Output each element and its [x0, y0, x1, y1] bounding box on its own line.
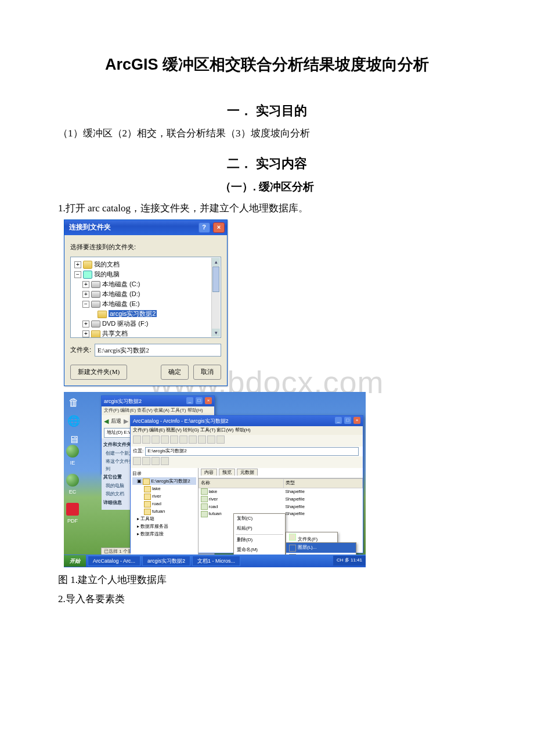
folder-path-input[interactable]: E:\arcgis实习数据2: [95, 344, 221, 357]
desktop-shortcut[interactable]: EC: [66, 474, 79, 496]
tool-icon[interactable]: [170, 435, 178, 444]
document-title: ArcGIS 缓冲区相交联合分析结果坡度坡向分析: [58, 52, 476, 77]
arccatalog-toolbar[interactable]: [131, 435, 363, 447]
shapefile-icon: [201, 503, 208, 510]
help-button[interactable]: ?: [199, 222, 210, 233]
taskbar-item[interactable]: ArcCatalog - Arc...: [88, 556, 140, 566]
ctx-paste[interactable]: 粘贴(P): [234, 524, 285, 534]
arccatalog-titlebar[interactable]: ArcCatalog - ArcInfo - E:\arcgis实习数据2 _ …: [131, 416, 363, 426]
drive-icon: [91, 291, 100, 298]
tree-dvd-f[interactable]: DVD 驱动器 (F:): [102, 320, 148, 327]
expand-icon[interactable]: +: [82, 291, 89, 298]
system-tray[interactable]: CH 多 11:41: [333, 556, 366, 566]
tree-item[interactable]: river: [132, 492, 196, 500]
expand-icon[interactable]: +: [82, 321, 89, 327]
taskbar-item[interactable]: 文档1 - Micros...: [192, 556, 240, 566]
tree-drive-e[interactable]: 本地磁盘 (E:): [102, 300, 140, 307]
minimize-button[interactable]: _: [186, 397, 193, 404]
ok-button[interactable]: 确定: [161, 365, 189, 380]
explorer-titlebar[interactable]: arcgis实习数据2 _ □ ×: [102, 396, 214, 406]
shapefile-icon: [201, 511, 208, 517]
location-input[interactable]: E:\arcgis实习数据2: [145, 447, 359, 456]
tool-icon[interactable]: [217, 435, 225, 444]
tree-root[interactable]: 目录: [132, 470, 196, 477]
col-name[interactable]: 名称: [199, 479, 284, 488]
tool-icon[interactable]: [151, 435, 160, 444]
explorer-menubar[interactable]: 文件(F) 编辑(E) 查看(V) 收藏(A) 工具(T) 帮助(H): [102, 406, 214, 415]
arccatalog-menubar[interactable]: 文件(F) 编辑(E) 视图(V) 转到(G) 工具(T) 窗口(W) 帮助(H…: [131, 426, 363, 435]
mypc-icon: [83, 271, 92, 279]
tree-mypc[interactable]: 我的电脑: [94, 271, 120, 278]
expand-icon[interactable]: +: [82, 281, 89, 288]
desktop-shortcut[interactable]: IE: [66, 445, 79, 467]
maximize-button[interactable]: □: [344, 417, 351, 424]
minimize-button[interactable]: _: [335, 417, 342, 424]
arccatalog-toolbar-2[interactable]: [131, 456, 363, 468]
tool-icon[interactable]: [207, 435, 215, 444]
list-row[interactable]: roadShapefile: [199, 503, 363, 511]
ctx-delete[interactable]: 删除(D): [234, 535, 285, 545]
scroll-thumb[interactable]: [212, 267, 219, 292]
forward-icon[interactable]: ▶: [124, 416, 128, 427]
tree-item[interactable]: lake: [132, 485, 196, 492]
tree-drive-d[interactable]: 本地磁盘 (D:): [102, 290, 140, 297]
tree-toolboxes[interactable]: ▸ 工具箱: [132, 515, 196, 523]
folder-tree[interactable]: +我的文档 −我的电脑 +本地磁盘 (C:) +本地磁盘 (D:) −本地磁盘 …: [70, 257, 221, 338]
dialog-titlebar[interactable]: 连接到文件夹 ? ×: [64, 220, 227, 235]
tool-icon[interactable]: [151, 457, 160, 465]
list-row[interactable]: lakeShapefile: [199, 488, 363, 496]
new-folder-button[interactable]: 新建文件夹(M): [70, 365, 127, 380]
tree-drive-c[interactable]: 本地磁盘 (C:): [102, 280, 140, 287]
back-icon[interactable]: ◀: [104, 416, 109, 427]
close-button[interactable]: ×: [205, 397, 212, 404]
subsection-2-1-heading: （一）. 缓冲区分析: [58, 178, 476, 196]
tab-preview[interactable]: 预览: [219, 469, 235, 476]
scroll-up-icon[interactable]: ▴: [212, 258, 220, 266]
ctx-copy[interactable]: 复制(C): [234, 514, 285, 524]
close-button[interactable]: ×: [213, 222, 225, 233]
catalog-tabs[interactable]: 内容 预览 元数据: [199, 468, 363, 478]
start-button[interactable]: 开始: [64, 555, 86, 567]
catalog-tree[interactable]: 目录 ▣ E:\arcgis实习数据2 lake river road tutu…: [131, 468, 199, 567]
vertical-scrollbar[interactable]: ▴ ▾: [211, 258, 220, 337]
ctx-rename[interactable]: 重命名(M): [234, 545, 285, 555]
tool-icon[interactable]: [133, 457, 141, 465]
cancel-button[interactable]: 取消: [193, 365, 221, 380]
tool-icon[interactable]: [189, 435, 197, 444]
tool-icon[interactable]: [142, 457, 150, 465]
col-type[interactable]: 类型: [283, 479, 362, 488]
tree-item[interactable]: tutuan: [132, 507, 196, 515]
tab-contents[interactable]: 内容: [201, 469, 217, 476]
globe-icon[interactable]: 🌐: [66, 413, 81, 428]
sub-layer[interactable]: 图层(L)...: [286, 543, 356, 553]
expand-icon[interactable]: +: [74, 261, 81, 268]
tool-icon[interactable]: [179, 435, 187, 444]
collapse-icon[interactable]: −: [82, 301, 89, 308]
tree-mydocs[interactable]: 我的文档: [94, 261, 120, 268]
taskbar[interactable]: 开始 ArcCatalog - Arc... arcgis实习数据2 文档1 -…: [64, 555, 366, 567]
tool-icon[interactable]: [161, 435, 169, 444]
tool-icon[interactable]: [142, 435, 150, 444]
tree-share-docs[interactable]: 共享文档: [102, 330, 128, 337]
tree-item[interactable]: road: [132, 500, 196, 507]
close-button[interactable]: ×: [353, 417, 360, 424]
expand-icon[interactable]: +: [82, 330, 89, 337]
tree-selected-folder[interactable]: arcgis实习数据2: [109, 310, 157, 317]
maximize-button[interactable]: □: [196, 397, 203, 404]
scroll-down-icon[interactable]: ▾: [212, 329, 220, 337]
desktop-shortcut[interactable]: PDF: [66, 503, 79, 525]
tool-icon[interactable]: [133, 435, 141, 444]
shapefile-icon: [201, 496, 208, 502]
list-row[interactable]: riverShapefile: [199, 496, 363, 503]
tree-connection[interactable]: ▣ E:\arcgis实习数据2: [132, 477, 196, 485]
recycle-bin-icon[interactable]: 🗑: [66, 394, 81, 409]
taskbar-item[interactable]: arcgis实习数据2: [142, 556, 190, 566]
layer-icon: [144, 494, 151, 500]
tool-icon[interactable]: [198, 435, 206, 444]
dialog-prompt-label: 选择要连接到的文件夹:: [70, 242, 221, 253]
tab-metadata[interactable]: 元数据: [237, 469, 258, 476]
tree-db-servers[interactable]: ▸ 数据库服务器: [132, 523, 196, 530]
tool-icon[interactable]: [161, 457, 169, 465]
collapse-icon[interactable]: −: [74, 271, 81, 278]
tree-db-conn[interactable]: ▸ 数据库连接: [132, 530, 196, 538]
